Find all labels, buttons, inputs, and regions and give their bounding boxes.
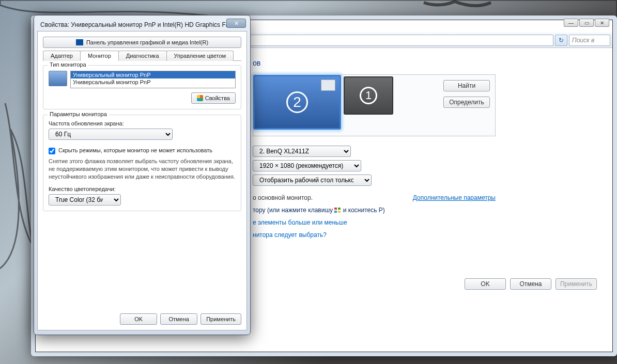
- resolution-select-row: 1920 × 1080 (рекомендуется): [253, 160, 592, 171]
- close-button[interactable]: ✕: [226, 19, 246, 28]
- apply-button[interactable]: Применить: [200, 313, 241, 325]
- color-quality-select[interactable]: True Color (32 бита): [49, 194, 121, 205]
- text-size-link[interactable]: е элементы больше или меньше: [253, 219, 347, 226]
- close-icon: ✕: [234, 20, 239, 27]
- tab-color-management[interactable]: Управление цветом: [166, 51, 234, 61]
- monitor-properties-button[interactable]: Свойства: [191, 92, 236, 104]
- display-select-row: 2. BenQ XL2411Z: [253, 146, 592, 157]
- projector-text-2: и коснитесь P): [343, 207, 385, 214]
- identify-button[interactable]: Определить: [443, 97, 490, 108]
- refresh-button[interactable]: ↻: [555, 35, 567, 46]
- monitor-properties-dialog: Свойства: Универсальный монитор PnP и In…: [34, 15, 251, 335]
- close-button[interactable]: ✕: [595, 19, 609, 27]
- ok-button[interactable]: OK: [465, 278, 506, 290]
- monitor-icon: [49, 71, 67, 86]
- group-label: Параметры монитора: [48, 111, 109, 117]
- uac-shield-icon: [197, 95, 203, 101]
- projector-text: тору (или нажмите клавишу: [253, 207, 333, 214]
- dialog-buttons: OK Отмена Применить: [120, 313, 241, 325]
- window-controls: — ▭ ✕: [564, 19, 609, 27]
- monitor-preview-area[interactable]: 2 1 Найти Определить: [253, 74, 496, 136]
- monitor-2-thumb[interactable]: 2: [253, 75, 341, 130]
- apply-button[interactable]: Применить: [556, 278, 597, 290]
- intel-icon: [76, 39, 83, 45]
- multi-display-select[interactable]: Отобразить рабочий стол только на 2: [253, 175, 372, 186]
- find-button[interactable]: Найти: [443, 80, 490, 91]
- refresh-icon: ↻: [559, 37, 564, 44]
- monitor-params-group: Параметры монитора Частота обновления эк…: [43, 115, 241, 211]
- maximize-button[interactable]: ▭: [579, 19, 594, 27]
- multi-display-select-row: Отобразить рабочий стол только на 2: [253, 175, 592, 186]
- search-input[interactable]: Поиск в: [569, 35, 610, 46]
- hide-modes-help-text: Снятие этого флажка позволяет выбрать ча…: [49, 157, 236, 181]
- button-label: Свойства: [205, 95, 230, 101]
- minimize-button[interactable]: —: [564, 19, 578, 27]
- intel-panel-label: Панель управления графикой и медиа Intel…: [86, 39, 208, 45]
- which-monitor-link[interactable]: нитора следует выбрать?: [253, 231, 327, 239]
- dialog-buttons: OK Отмена Применить: [465, 278, 597, 290]
- monitor-1-thumb[interactable]: 1: [344, 76, 393, 115]
- monitor-type-group: Тип монитора Универсальный монитор PnP У…: [43, 65, 241, 109]
- primary-monitor-text: о основной монитор.: [253, 194, 313, 201]
- tab-monitor[interactable]: Монитор: [80, 51, 119, 61]
- windows-key-icon: [334, 208, 341, 213]
- list-item[interactable]: Универсальный монитор PnP: [71, 78, 235, 86]
- monitor-type-list[interactable]: Универсальный монитор PnP Универсальный …: [70, 71, 236, 88]
- resolution-select[interactable]: 1920 × 1080 (рекомендуется): [253, 160, 361, 171]
- app-window-icon: [321, 80, 335, 91]
- cancel-button[interactable]: Отмена: [160, 313, 197, 325]
- refresh-rate-label: Частота обновления экрана:: [49, 120, 236, 126]
- help-links: тору (или нажмите клавишу и коснитесь P)…: [253, 207, 592, 239]
- group-label: Тип монитора: [48, 61, 88, 68]
- page-title: ов: [253, 59, 592, 67]
- advanced-settings-link[interactable]: Дополнительные параметры: [413, 194, 496, 201]
- hide-modes-label[interactable]: Скрыть режимы, которые монитор не может …: [58, 147, 212, 153]
- intel-graphics-panel-button[interactable]: Панель управления графикой и медиа Intel…: [43, 37, 241, 48]
- hide-modes-checkbox[interactable]: [49, 148, 55, 154]
- monitor-number-label: 2: [286, 91, 308, 113]
- dialog-title: Свойства: Универсальный монитор PnP и In…: [40, 21, 234, 28]
- refresh-rate-select[interactable]: 60 Гц: [49, 129, 173, 140]
- dialog-title-bar[interactable]: Свойства: Универсальный монитор PnP и In…: [37, 19, 247, 31]
- tab-strip: Адаптер Монитор Диагностика Управление ц…: [43, 50, 241, 61]
- cancel-button[interactable]: Отмена: [510, 278, 551, 290]
- ok-button[interactable]: OK: [120, 313, 157, 325]
- monitor-number-label: 1: [360, 87, 377, 104]
- color-quality-label: Качество цветопередачи:: [49, 186, 236, 192]
- list-item[interactable]: Универсальный монитор PnP: [71, 71, 235, 78]
- tab-adapter[interactable]: Адаптер: [43, 51, 81, 61]
- tab-diagnostics[interactable]: Диагностика: [118, 51, 167, 61]
- display-select[interactable]: 2. BenQ XL2411Z: [253, 146, 351, 157]
